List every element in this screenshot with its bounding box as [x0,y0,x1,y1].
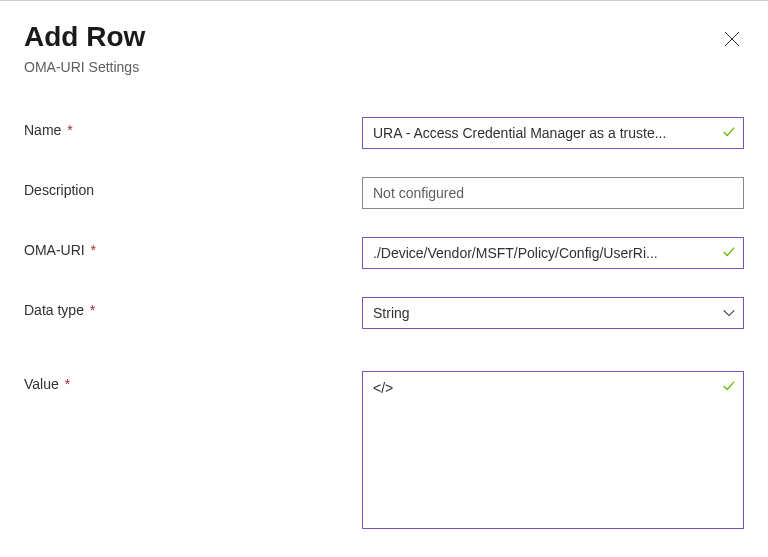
omauri-input[interactable] [362,237,744,269]
form-row-datatype: Data type * String [24,297,744,329]
required-indicator: * [91,242,96,258]
page-title: Add Row [24,21,145,53]
datatype-label: Data type * [24,297,362,318]
form-row-name: Name * [24,117,744,149]
description-label: Description [24,177,362,198]
page-subtitle: OMA-URI Settings [24,59,744,75]
close-button[interactable] [720,27,744,55]
required-indicator: * [67,122,72,138]
required-indicator: * [90,302,95,318]
datatype-select[interactable]: String [362,297,744,329]
value-textarea[interactable] [362,371,744,529]
form-row-description: Description [24,177,744,209]
form-row-value: Value * [24,371,744,533]
name-label: Name * [24,117,362,138]
description-input[interactable] [362,177,744,209]
form-row-omauri: OMA-URI * [24,237,744,269]
close-icon [724,33,740,50]
required-indicator: * [65,376,70,392]
value-label: Value * [24,371,362,392]
omauri-label: OMA-URI * [24,237,362,258]
name-input[interactable] [362,117,744,149]
